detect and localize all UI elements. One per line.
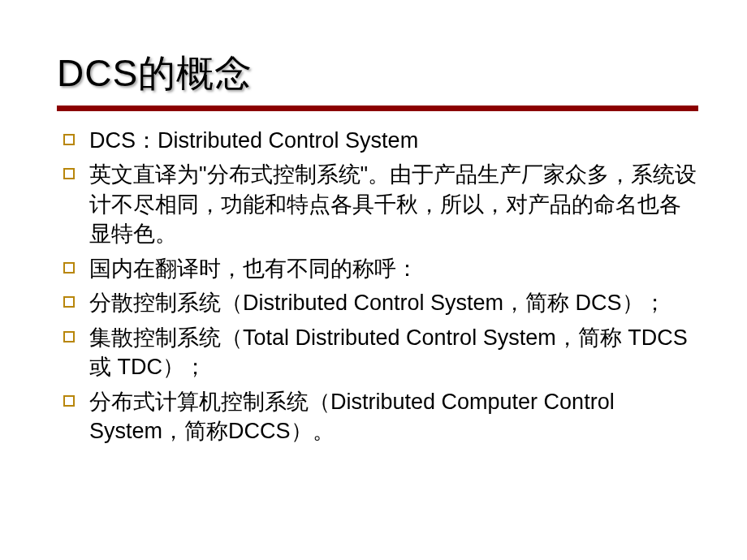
- bullet-item: 集散控制系统（Total Distributed Control System，…: [63, 323, 698, 382]
- slide-title: DCS的概念: [57, 49, 698, 99]
- square-bullet-icon: [63, 168, 75, 179]
- bullet-text: 英文直译为"分布式控制系统"。由于产品生产厂家众多，系统设计不尽相同，功能和特点…: [89, 160, 698, 248]
- slide-container: DCS的概念 DCS：Distributed Control System 英文…: [0, 0, 747, 560]
- square-bullet-icon: [63, 395, 75, 407]
- square-bullet-icon: [63, 262, 75, 274]
- bullet-text: DCS：Distributed Control System: [89, 126, 418, 155]
- bullet-item: 分散控制系统（Distributed Control System，简称 DCS…: [63, 288, 698, 317]
- square-bullet-icon: [63, 296, 75, 308]
- bullet-item: DCS：Distributed Control System: [63, 126, 698, 155]
- square-bullet-icon: [63, 331, 75, 342]
- bullet-text: 分散控制系统（Distributed Control System，简称 DCS…: [89, 288, 666, 317]
- square-bullet-icon: [63, 134, 75, 145]
- bullet-text: 集散控制系统（Total Distributed Control System，…: [89, 323, 698, 382]
- bullet-text: 分布式计算机控制系统（Distributed Computer Control …: [89, 387, 698, 446]
- bullet-item: 国内在翻译时，也有不同的称呼：: [63, 254, 698, 283]
- bullet-text: 国内在翻译时，也有不同的称呼：: [89, 254, 418, 283]
- bullet-item: 分布式计算机控制系统（Distributed Computer Control …: [63, 387, 698, 446]
- content-area: DCS：Distributed Control System 英文直译为"分布式…: [57, 126, 698, 446]
- title-underline: [57, 106, 698, 111]
- bullet-item: 英文直译为"分布式控制系统"。由于产品生产厂家众多，系统设计不尽相同，功能和特点…: [63, 160, 698, 248]
